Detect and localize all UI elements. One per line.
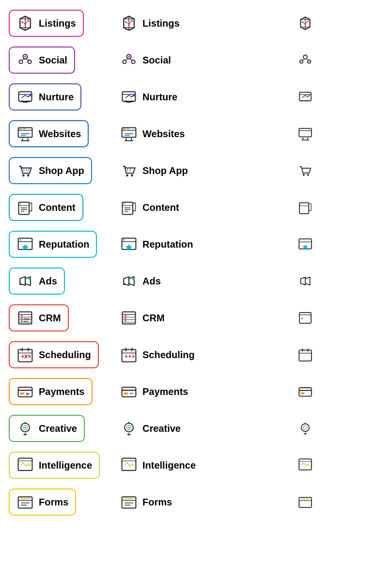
plain-crm-label: CRM <box>142 313 165 324</box>
col2-social: Social <box>116 42 286 79</box>
forms-icon2 <box>120 493 138 511</box>
col3-crm <box>286 299 325 336</box>
crm-icon3 <box>298 310 313 326</box>
btn-creative-label: Creative <box>39 423 77 434</box>
svg-point-51 <box>123 239 125 241</box>
col2-listings: Listings <box>116 5 286 42</box>
intelligence-icon3 <box>298 457 313 473</box>
content-icon2 <box>120 199 138 216</box>
col3-reputation <box>286 226 325 263</box>
listings-icon2 <box>120 15 138 32</box>
plain-payments: Payments <box>120 379 188 404</box>
svg-point-85 <box>128 426 130 428</box>
social-icon <box>16 51 34 69</box>
svg-point-41 <box>303 174 305 176</box>
col3-content <box>286 189 325 226</box>
btn-crm-label: CRM <box>39 313 61 324</box>
svg-point-15 <box>131 60 135 63</box>
btn-forms[interactable]: Forms <box>9 488 76 516</box>
btn-intelligence-label: Intelligence <box>39 460 92 471</box>
svg-point-32 <box>22 174 25 177</box>
websites-icon <box>16 125 34 142</box>
svg-point-61 <box>125 317 126 319</box>
forms-icon <box>16 493 34 511</box>
svg-point-66 <box>21 355 24 358</box>
svg-rect-77 <box>124 393 128 395</box>
svg-point-42 <box>307 174 309 176</box>
plain-forms: Forms <box>120 489 172 515</box>
main-grid: Listings Listings <box>0 0 392 525</box>
intelligence-icon <box>16 457 34 474</box>
svg-rect-31 <box>299 128 312 137</box>
col2-payments: Payments <box>116 373 286 410</box>
plain-reputation-label: Reputation <box>142 239 193 250</box>
content-icon <box>16 199 34 216</box>
plain-shopapp: Shop App <box>120 158 188 183</box>
forms-icon3 <box>298 494 313 510</box>
btn-websites[interactable]: Websites <box>9 120 89 147</box>
svg-point-14 <box>123 60 126 63</box>
ads-icon2 <box>120 272 138 290</box>
col1-websites: Websites <box>5 115 116 152</box>
plain-scheduling-label: Scheduling <box>142 349 195 361</box>
plain-social-label: Social <box>142 55 171 66</box>
creative-icon2 <box>120 420 138 437</box>
btn-shopapp[interactable]: Shop App <box>9 157 92 184</box>
svg-rect-74 <box>18 387 32 397</box>
svg-point-17 <box>303 55 307 59</box>
payments-icon <box>16 383 34 400</box>
svg-point-60 <box>125 315 126 317</box>
websites-icon3 <box>298 126 313 142</box>
col3-ads <box>286 263 325 299</box>
svg-rect-79 <box>300 393 304 394</box>
svg-point-24 <box>19 128 21 130</box>
btn-social-label: Social <box>39 55 67 66</box>
btn-shopapp-label: Shop App <box>39 165 84 176</box>
svg-point-37 <box>126 174 128 177</box>
col2-websites: Websites <box>116 115 286 152</box>
col3-shopapp <box>286 152 325 189</box>
svg-point-72 <box>132 355 135 358</box>
svg-point-67 <box>25 355 28 358</box>
col1-payments: Payments <box>5 373 116 410</box>
col3-websites <box>286 115 325 152</box>
col1-social: Social <box>5 42 116 79</box>
plain-nurture-label: Nurture <box>142 92 177 103</box>
svg-point-10 <box>19 60 22 63</box>
svg-point-18 <box>300 60 303 63</box>
btn-creative[interactable]: Creative <box>9 415 85 442</box>
btn-crm[interactable]: CRM <box>9 304 69 331</box>
col2-intelligence: Intelligence <box>116 447 286 484</box>
btn-payments[interactable]: Payments <box>9 378 93 405</box>
plain-payments-label: Payments <box>142 386 188 397</box>
btn-social[interactable]: Social <box>9 47 75 74</box>
creative-icon3 <box>298 421 313 436</box>
btn-scheduling-label: Scheduling <box>39 349 91 361</box>
svg-point-33 <box>27 174 30 177</box>
svg-point-49 <box>19 239 21 241</box>
btn-intelligence[interactable]: Intelligence <box>9 452 100 479</box>
btn-content[interactable]: Content <box>9 194 83 221</box>
svg-rect-47 <box>299 203 309 213</box>
payments-icon3 <box>298 384 313 399</box>
col1-creative: Creative <box>5 410 116 447</box>
svg-point-30 <box>127 128 129 130</box>
btn-listings[interactable]: Listings <box>9 10 84 37</box>
websites-icon2 <box>120 125 138 142</box>
svg-point-19 <box>308 60 311 63</box>
btn-nurture-label: Nurture <box>39 92 74 103</box>
plain-creative: Creative <box>120 416 181 441</box>
btn-nurture[interactable]: Nurture <box>9 83 81 110</box>
svg-point-38 <box>131 174 133 177</box>
btn-listings-label: Listings <box>39 18 76 29</box>
svg-rect-21 <box>123 92 136 101</box>
scheduling-icon3 <box>298 347 313 362</box>
btn-content-label: Content <box>39 202 76 213</box>
svg-point-29 <box>125 128 126 130</box>
svg-rect-76 <box>122 387 136 397</box>
svg-point-46 <box>124 203 125 205</box>
btn-ads[interactable]: Ads <box>9 268 65 295</box>
btn-reputation[interactable]: Reputation <box>9 231 97 258</box>
btn-scheduling[interactable]: Scheduling <box>9 341 99 368</box>
svg-point-12 <box>24 56 26 58</box>
